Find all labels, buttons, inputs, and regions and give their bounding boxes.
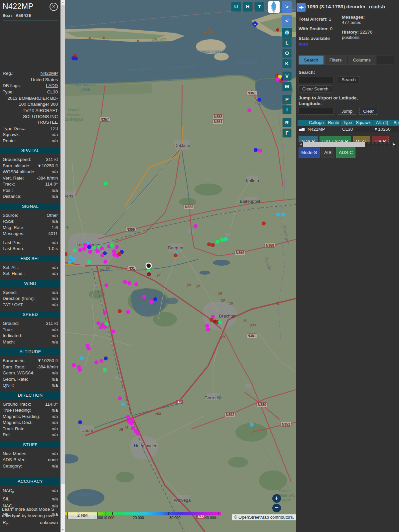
aircraft-position-dot[interactable] [134,282,138,286]
aircraft-position-dot[interactable] [99,359,103,363]
aircraft-position-dot[interactable] [206,328,210,332]
aircraft-position-dot[interactable] [258,149,262,153]
scrollbar-thumb[interactable] [61,5,65,484]
aircraft-position-dot[interactable] [250,423,254,427]
aircraft-position-dot[interactable] [103,368,107,372]
column-header-Alt. (ft)[interactable]: Alt. (ft) [372,120,392,126]
map-button-l[interactable]: L [283,39,291,47]
map-button-m[interactable]: M [283,82,291,91]
aircraft-position-dot[interactable] [211,243,215,247]
aircraft-position-dot[interactable] [174,253,178,257]
row-value-link[interactable]: LADD [23,83,58,89]
close-icon[interactable]: ✕ [50,3,58,11]
badge-mode-s[interactable]: Mode-S [299,147,320,158]
aircraft-position-dot[interactable] [129,421,133,425]
tab-search[interactable]: Search [299,56,324,65]
aircraft-position-dot[interactable] [104,182,108,186]
aircraft-position-dot[interactable] [136,431,140,435]
scroll-right-icon[interactable]: ▶ [393,142,395,146]
aircraft-position-dot[interactable] [94,360,98,364]
zoom-out-button[interactable]: − [272,504,281,512]
aircraft-position-dot[interactable] [71,257,75,261]
aircraft-position-dot[interactable] [80,356,84,360]
badge-ads-c[interactable]: ADS-C [336,147,355,158]
aircraft-position-dot[interactable] [104,356,108,360]
aircraft-position-dot[interactable] [118,396,122,400]
aircraft-position-dot[interactable] [92,246,96,250]
aircraft-position-dot[interactable] [78,368,82,372]
aircraft-position-dot[interactable] [74,57,78,61]
jump-button[interactable]: Jump [338,108,356,115]
column-header-Squawk[interactable]: Squawk [354,120,372,126]
map-button-v[interactable]: V [283,72,291,80]
aircraft-position-dot[interactable] [96,321,100,325]
aircraft-position-dot[interactable] [281,212,285,216]
selected-aircraft-marker[interactable] [146,263,152,269]
aircraft-position-dot[interactable] [100,253,104,257]
aircraft-position-dot[interactable] [78,248,82,252]
aircraft-position-dot[interactable] [87,346,91,350]
search-input[interactable] [299,76,334,83]
aircraft-position-dot[interactable] [276,212,280,216]
aircraft-position-dot[interactable] [254,148,258,152]
aircraft-position-dot[interactable] [215,240,219,244]
aircraft-position-dot[interactable] [276,28,279,32]
aircraft-position-dot[interactable] [118,309,122,313]
aircraft-position-dot[interactable] [262,221,266,225]
aircraft-position-dot[interactable] [121,402,125,406]
aircraft-position-dot[interactable] [247,108,251,112]
aircraft-position-dot[interactable] [103,325,107,329]
search-button[interactable]: Search [338,76,359,83]
column-header-flag[interactable] [298,120,306,126]
scroll-up-icon[interactable]: ▲ [61,0,65,5]
scroll-left-icon[interactable]: ◀ [300,142,302,146]
aircraft-position-dot[interactable] [127,281,131,285]
column-header-Type[interactable]: Type [341,120,354,126]
aircraft-position-dot[interactable] [96,249,100,253]
aircraft-position-dot[interactable] [100,246,104,250]
column-header-Speed[interactable]: Speed [392,120,399,126]
aircraft-position-dot[interactable] [72,363,76,367]
aircraft-position-dot[interactable] [257,98,261,102]
aircraft-position-dot[interactable] [224,237,228,241]
layers-button[interactable] [268,1,280,13]
aircraft-position-dot[interactable] [147,268,151,272]
tab-filters[interactable]: Filters [324,56,347,65]
aircraft-position-dot[interactable] [194,224,198,228]
sidebar-collapse-button[interactable]: < [282,15,292,27]
aircraft-position-dot[interactable] [123,280,127,284]
stats-here-link[interactable]: here [299,41,308,46]
map-button-h[interactable]: H [243,2,252,11]
aircraft-position-dot[interactable] [78,420,82,424]
hscrollbar-thumb[interactable] [303,142,365,147]
column-header-Callsign[interactable]: Callsign [306,120,327,126]
aircraft-position-dot[interactable] [117,252,121,256]
scroll-down-icon[interactable]: ▼ [61,527,65,532]
panel-horizontal-scrollbar[interactable]: ◀ ▶ [299,142,396,147]
aircraft-position-dot[interactable] [111,330,115,333]
row-value-link[interactable]: N422MP [15,70,58,77]
aircraft-position-dot[interactable] [126,310,130,314]
map-button-t[interactable]: T [255,2,264,11]
readsb-link[interactable]: readsb [369,4,385,9]
map-button-i[interactable]: I [283,105,291,114]
aircraft-position-dot[interactable] [110,243,114,247]
aircraft-position-dot[interactable] [153,297,157,301]
aircraft-position-dot[interactable] [87,260,91,264]
osm-attribution-link[interactable]: © OpenStreetMap contributors. [232,514,296,520]
map-button-p[interactable]: P [283,95,291,104]
aircraft-position-dot[interactable] [126,415,130,419]
map-canvas[interactable]: StiensDokkumKollumBuitenpostBurgumLeeuwa… [65,0,296,532]
aircraft-position-dot[interactable] [147,272,151,276]
aircraft-position-dot[interactable] [115,245,119,249]
badge-ais[interactable]: AIS [322,147,334,158]
tab-columns[interactable]: Columns [348,56,376,65]
jump-input[interactable] [299,108,334,115]
map-button-k[interactable]: K [283,59,291,68]
settings-gear-button[interactable]: ⚙ [282,28,292,38]
aircraft-position-dot[interactable] [68,260,72,264]
column-header-Route[interactable]: Route [327,120,340,126]
aircraft-position-dot[interactable] [82,247,86,251]
aircraft-position-dot[interactable] [73,248,77,252]
sidebar-expand-button[interactable]: > [282,1,292,13]
